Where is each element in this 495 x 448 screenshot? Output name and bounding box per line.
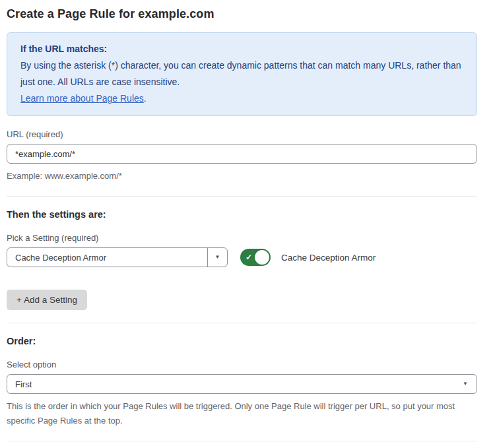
order-select-label: Select option — [7, 360, 477, 369]
divider-3 — [7, 441, 477, 441]
info-box-link-line: Learn more about Page Rules. — [20, 90, 463, 107]
toggle-label: Cache Deception Armor — [281, 253, 376, 263]
setting-select-value: Cache Deception Armor — [7, 248, 207, 267]
order-help-text: This is the order in which your Page Rul… — [7, 399, 477, 428]
url-matches-info-box: If the URL matches: By using the asteris… — [7, 32, 477, 116]
info-box-body: By using the asterisk (*) character, you… — [20, 57, 463, 90]
info-box-heading: If the URL matches: — [20, 41, 463, 57]
order-select-value: First — [7, 375, 454, 393]
toggle-knob — [255, 250, 269, 265]
setting-select-arrow-button[interactable]: ▼ — [207, 248, 227, 267]
add-setting-button[interactable]: + Add a Setting — [7, 290, 87, 310]
setting-select[interactable]: Cache Deception Armor ▼ — [7, 247, 228, 267]
link-period: . — [144, 93, 147, 104]
page-rule-form: Create a Page Rule for example.com If th… — [7, 0, 477, 448]
url-field-help: Example: www.example.com/* — [7, 169, 477, 183]
setting-row: Cache Deception Armor ▼ ✓ Cache Deceptio… — [7, 247, 477, 267]
settings-section-heading: Then the settings are: — [7, 209, 477, 220]
divider-2 — [7, 323, 477, 323]
chevron-down-icon: ▼ — [215, 255, 220, 260]
check-icon: ✓ — [246, 253, 252, 261]
chevron-down-icon: ▼ — [463, 381, 468, 387]
url-field-label: URL (required) — [7, 129, 477, 139]
cache-deception-armor-toggle[interactable]: ✓ — [240, 249, 271, 266]
order-select[interactable]: First ▼ — [7, 374, 477, 394]
pick-setting-label: Pick a Setting (required) — [7, 233, 477, 243]
url-input[interactable] — [7, 144, 477, 164]
learn-more-link[interactable]: Learn more about Page Rules — [20, 93, 144, 104]
order-select-arrow[interactable]: ▼ — [454, 375, 477, 393]
order-section-heading: Order: — [7, 336, 477, 346]
page-title: Create a Page Rule for example.com — [7, 7, 477, 21]
divider-1 — [7, 196, 477, 197]
